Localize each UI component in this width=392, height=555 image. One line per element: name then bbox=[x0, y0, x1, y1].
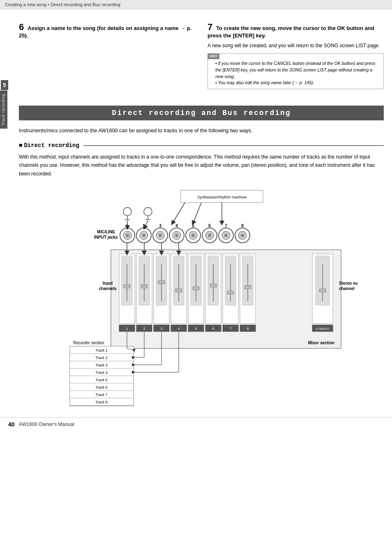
svg-point-41 bbox=[241, 234, 244, 237]
svg-text:8: 8 bbox=[241, 223, 244, 228]
svg-point-4 bbox=[144, 207, 152, 216]
svg-text:5: 5 bbox=[195, 327, 197, 331]
svg-text:6: 6 bbox=[208, 223, 211, 228]
recorder-section-label: Recorder section bbox=[73, 341, 104, 345]
track-2-label: Track 2 bbox=[95, 356, 108, 360]
subsection-body: With this method, input channels are ass… bbox=[19, 153, 384, 178]
track-3-label: Track 3 bbox=[95, 363, 108, 367]
svg-text:1: 1 bbox=[126, 327, 128, 331]
step-6: 6 Assign a name to the song (for details… bbox=[19, 22, 195, 89]
track-7-label: Track 7 bbox=[95, 393, 108, 397]
svg-rect-88 bbox=[244, 286, 251, 289]
diagram-svg: Synthesizer/rhythm machine bbox=[45, 186, 357, 408]
stereo-output-label-2: channel bbox=[339, 286, 355, 291]
diagram-svg-wrapper: Synthesizer/rhythm machine bbox=[45, 186, 357, 409]
intro-text: Instruments/mics connected to the AW1600… bbox=[19, 127, 384, 135]
footer-title: AW1600 Owner's Manual bbox=[19, 421, 74, 427]
diagram-container: Synthesizer/rhythm machine bbox=[19, 186, 384, 409]
input-channels-label-1: Input bbox=[103, 281, 113, 286]
track-4-label: Track 4 bbox=[95, 371, 108, 375]
svg-text:8: 8 bbox=[247, 327, 249, 331]
input-channels-label-2: channels bbox=[99, 286, 117, 291]
subsection-heading: Direct recording bbox=[19, 142, 384, 149]
svg-point-1 bbox=[123, 207, 131, 216]
section-banner: Direct recording and Bus recording bbox=[19, 106, 384, 120]
svg-text:6: 6 bbox=[212, 327, 214, 331]
svg-text:3: 3 bbox=[160, 327, 162, 331]
svg-rect-82 bbox=[227, 291, 234, 294]
svg-point-32 bbox=[191, 234, 195, 237]
svg-text:5: 5 bbox=[192, 223, 194, 228]
side-tab: Track recording bbox=[0, 90, 7, 129]
svg-rect-64 bbox=[175, 289, 182, 292]
step-7-number: 7 bbox=[208, 22, 212, 32]
svg-point-35 bbox=[208, 234, 211, 237]
svg-point-23 bbox=[142, 234, 145, 237]
mic-line-label-2: INPUT jacks bbox=[94, 235, 118, 240]
track-8-label: Track 8 bbox=[95, 400, 108, 404]
track-6-label: Track 6 bbox=[95, 385, 108, 389]
footer-page-number: 40 bbox=[8, 421, 15, 428]
chapter-number: 5 bbox=[1, 80, 8, 90]
step-6-title: Assign a name to the song (for details o… bbox=[19, 25, 191, 39]
hint-label: HINT bbox=[208, 53, 219, 59]
svg-rect-46 bbox=[124, 285, 130, 288]
svg-point-20 bbox=[126, 234, 129, 237]
mixer-section-label: Mixer section bbox=[308, 341, 334, 345]
svg-point-29 bbox=[175, 234, 178, 237]
svg-rect-58 bbox=[158, 281, 165, 284]
hint-list: If you move the cursor to the CANCEL but… bbox=[212, 60, 379, 86]
svg-point-26 bbox=[159, 234, 162, 237]
track-5-label: Track 5 bbox=[95, 378, 108, 382]
steps-row: 6 Assign a name to the song (for details… bbox=[19, 9, 384, 97]
svg-line-7 bbox=[173, 203, 185, 223]
svg-text:STEREO: STEREO bbox=[316, 327, 330, 331]
svg-text:2: 2 bbox=[143, 327, 145, 331]
svg-rect-70 bbox=[193, 287, 199, 290]
svg-text:7: 7 bbox=[225, 223, 227, 228]
svg-line-119 bbox=[145, 221, 148, 228]
track-1-label: Track 1 bbox=[95, 348, 108, 352]
svg-text:4: 4 bbox=[175, 223, 178, 228]
step-6-number: 6 bbox=[19, 22, 24, 32]
hint-content: If you move the cursor to the CANCEL but… bbox=[212, 60, 379, 86]
svg-text:7: 7 bbox=[229, 327, 231, 331]
header-bar: Creating a new song • Direct recording a… bbox=[0, 0, 392, 9]
hint-item-1: If you move the cursor to the CANCEL but… bbox=[215, 60, 379, 80]
svg-text:3: 3 bbox=[159, 223, 161, 228]
footer: 40 AW1600 Owner's Manual bbox=[0, 417, 392, 431]
synth-label: Synthesizer/rhythm machine bbox=[197, 195, 247, 199]
svg-rect-94 bbox=[319, 289, 326, 292]
hint-box: HINT If you move the cursor to the CANCE… bbox=[208, 53, 384, 89]
mic-line-label-1: MIC/LINE bbox=[97, 230, 115, 234]
step-7: 7 To create the new song, move the curso… bbox=[208, 22, 384, 89]
svg-point-38 bbox=[224, 234, 228, 237]
svg-rect-52 bbox=[141, 285, 148, 288]
svg-line-8 bbox=[193, 203, 201, 223]
step-7-body: A new song will be created, and you will… bbox=[208, 42, 384, 49]
header-text: Creating a new song • Direct recording a… bbox=[5, 2, 120, 7]
hint-item-2: You may also edit the song name later (→… bbox=[215, 80, 379, 86]
svg-rect-76 bbox=[210, 284, 217, 287]
svg-text:4: 4 bbox=[178, 327, 180, 331]
stereo-output-label-1: Stereo output bbox=[339, 281, 357, 286]
step-7-title: To create the new song, move the cursor … bbox=[208, 25, 374, 39]
